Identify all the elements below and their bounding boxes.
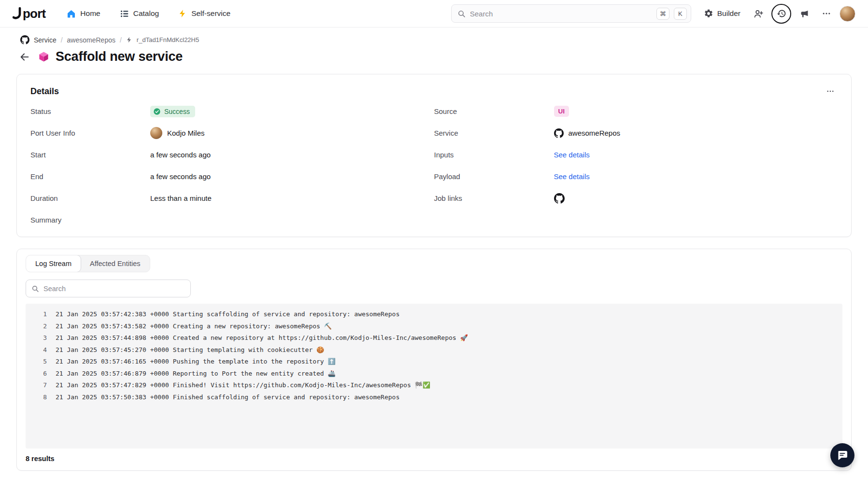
log-line-text: 21 Jan 2025 03:57:44:898 +0000 Created a… bbox=[56, 332, 468, 344]
chat-widget-button[interactable] bbox=[830, 443, 854, 467]
gear-icon bbox=[704, 9, 713, 18]
detail-label: Port User Info bbox=[30, 129, 150, 137]
payload-see-details-link[interactable]: See details bbox=[554, 172, 590, 181]
detail-row-job-links: Job links bbox=[434, 187, 838, 209]
lightning-small-icon bbox=[126, 37, 132, 43]
home-icon bbox=[67, 9, 76, 18]
results-count: 8 results bbox=[26, 455, 842, 463]
details-more-button[interactable] bbox=[823, 85, 838, 98]
log-line: 3 21 Jan 2025 03:57:44:898 +0000 Created… bbox=[26, 332, 842, 344]
detail-row-inputs: Inputs See details bbox=[434, 144, 838, 166]
log-line: 4 21 Jan 2025 03:57:45:270 +0000 Startin… bbox=[26, 344, 842, 356]
breadcrumb-service[interactable]: Service bbox=[34, 36, 57, 44]
inputs-see-details-link[interactable]: See details bbox=[554, 151, 590, 159]
service-entity-name: awesomeRepos bbox=[569, 129, 621, 137]
source-badge: UI bbox=[554, 106, 569, 117]
announcements-button[interactable] bbox=[795, 4, 813, 23]
log-line-text: 21 Jan 2025 03:57:50:383 +0000 Finished … bbox=[56, 392, 399, 404]
breadcrumb-separator: / bbox=[61, 36, 63, 44]
log-stream-output: 1 21 Jan 2025 03:57:42:383 +0000 Startin… bbox=[26, 304, 842, 449]
detail-row-service: Service awesomeRepos bbox=[434, 122, 838, 144]
log-line-text: 21 Jan 2025 03:57:46:879 +0000 Reporting… bbox=[56, 368, 336, 380]
search-icon bbox=[457, 10, 466, 18]
lightning-icon bbox=[178, 9, 187, 18]
detail-row-status: Status Success bbox=[30, 100, 434, 122]
more-options-button[interactable] bbox=[817, 4, 836, 23]
detail-label: Job links bbox=[434, 194, 554, 202]
port-logo[interactable]: port bbox=[13, 7, 45, 20]
log-search[interactable] bbox=[26, 280, 191, 297]
tab-log-stream[interactable]: Log Stream bbox=[26, 255, 81, 272]
start-value: a few seconds ago bbox=[150, 151, 211, 159]
log-line-number: 3 bbox=[26, 332, 47, 344]
check-circle-icon bbox=[153, 108, 161, 115]
log-search-input[interactable] bbox=[43, 285, 185, 293]
detail-label: Summary bbox=[30, 216, 150, 224]
port-logo-text: port bbox=[23, 7, 45, 20]
user-name: Kodjo Miles bbox=[167, 129, 205, 137]
ellipsis-icon bbox=[822, 9, 831, 18]
chat-bubble-icon bbox=[837, 449, 848, 461]
log-line-number: 1 bbox=[26, 309, 47, 321]
details-header: Details bbox=[30, 85, 838, 98]
detail-label: Duration bbox=[30, 194, 150, 202]
status-badge-label: Success bbox=[164, 108, 190, 115]
invite-users-button[interactable] bbox=[749, 4, 768, 23]
logs-tabs: Log Stream Affected Entities bbox=[26, 255, 150, 272]
details-left-column: Status Success Port User Info bbox=[30, 100, 434, 231]
global-search-input[interactable] bbox=[470, 10, 652, 18]
nav-item-home-label: Home bbox=[80, 9, 100, 18]
service-entity-link[interactable]: awesomeRepos bbox=[554, 128, 621, 138]
details-title: Details bbox=[30, 86, 59, 97]
log-line-number: 4 bbox=[26, 344, 47, 356]
detail-label: End bbox=[30, 172, 150, 181]
breadcrumb-run-id[interactable]: r_dTad1FnMdKcl22H5 bbox=[137, 36, 199, 43]
log-line: 2 21 Jan 2025 03:57:43:582 +0000 Creatin… bbox=[26, 321, 842, 333]
detail-row-source: Source UI bbox=[434, 100, 838, 122]
log-line-number: 6 bbox=[26, 368, 47, 380]
nav-item-catalog[interactable]: Catalog bbox=[120, 9, 159, 18]
nav-item-catalog-label: Catalog bbox=[133, 9, 159, 18]
detail-row-summary: Summary bbox=[30, 209, 434, 231]
breadcrumb-repo[interactable]: awesomeRepos bbox=[67, 36, 115, 44]
tab-affected-entities[interactable]: Affected Entities bbox=[81, 255, 150, 272]
log-line-number: 5 bbox=[26, 356, 47, 368]
nav-item-home[interactable]: Home bbox=[67, 9, 100, 18]
user-avatar[interactable] bbox=[840, 6, 855, 22]
runs-history-button[interactable] bbox=[771, 4, 791, 24]
global-search[interactable]: ⌘ K bbox=[451, 4, 691, 23]
app-window: port Home Catalog Self-service bbox=[0, 0, 868, 477]
detail-row-duration: Duration Less than a minute bbox=[30, 187, 434, 209]
details-card: Details Status Success bbox=[16, 74, 852, 237]
details-right-column: Source UI Service awesomeRepos Inpu bbox=[434, 100, 838, 231]
detail-label: Inputs bbox=[434, 151, 554, 159]
log-line: 8 21 Jan 2025 03:57:50:383 +0000 Finishe… bbox=[26, 392, 842, 404]
log-line: 5 21 Jan 2025 03:57:46:165 +0000 Pushing… bbox=[26, 356, 842, 368]
log-line-text: 21 Jan 2025 03:57:43:582 +0000 Creating … bbox=[56, 321, 332, 333]
main-nav: Home Catalog Self-service bbox=[67, 9, 230, 18]
page-title-row: Scaffold new service bbox=[0, 44, 868, 64]
job-github-link[interactable] bbox=[554, 193, 565, 204]
back-button[interactable] bbox=[17, 50, 32, 64]
search-icon bbox=[31, 285, 39, 293]
builder-button[interactable]: Builder bbox=[699, 6, 745, 21]
nav-item-self-service[interactable]: Self-service bbox=[178, 9, 230, 18]
detail-label: Status bbox=[30, 107, 150, 115]
log-line: 7 21 Jan 2025 03:57:47:829 +0000 Finishe… bbox=[26, 379, 842, 392]
breadcrumb-separator: / bbox=[120, 36, 122, 44]
status-badge: Success bbox=[150, 106, 195, 117]
end-value: a few seconds ago bbox=[150, 172, 211, 181]
top-navbar: port Home Catalog Self-service bbox=[0, 0, 868, 28]
log-line-number: 8 bbox=[26, 392, 47, 404]
github-icon bbox=[554, 128, 564, 138]
detail-row-user: Port User Info Kodjo Miles bbox=[30, 122, 434, 144]
navbar-actions: Builder bbox=[699, 4, 855, 24]
detail-row-payload: Payload See details bbox=[434, 166, 838, 187]
megaphone-icon bbox=[799, 9, 810, 19]
port-logo-icon bbox=[13, 7, 22, 20]
person-plus-icon bbox=[754, 9, 764, 19]
detail-label: Payload bbox=[434, 172, 554, 181]
nav-item-self-service-label: Self-service bbox=[191, 9, 230, 18]
log-line-number: 2 bbox=[26, 321, 47, 333]
shortcut-k-key: K bbox=[674, 8, 687, 20]
